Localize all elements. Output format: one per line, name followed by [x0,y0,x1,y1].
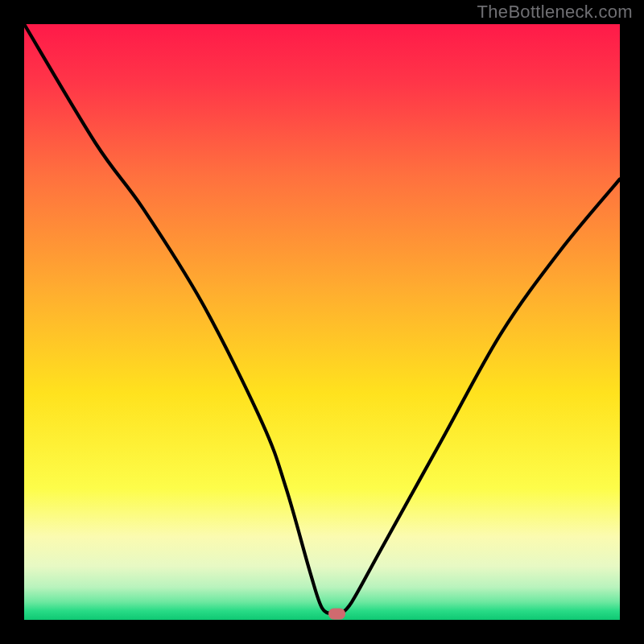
watermark-text: TheBottleneck.com [477,2,633,23]
bottleneck-plot [24,24,620,620]
plot-svg [24,24,620,620]
plot-background [24,24,620,620]
minimum-marker [329,609,345,619]
chart-frame: TheBottleneck.com [0,0,644,644]
